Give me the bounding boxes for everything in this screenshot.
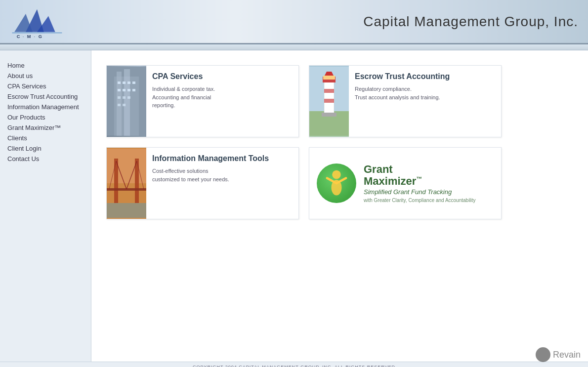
escrow-card[interactable]: Escrow Trust Accounting Regulatory compl… (309, 65, 502, 137)
content: CPA Services Individual & corporate tax.… (91, 50, 588, 362)
svg-text:G: G (39, 34, 42, 39)
info-image (107, 148, 146, 219)
sidebar: Home About us CPA Services Escrow Trust … (0, 50, 91, 362)
svg-rect-23 (127, 96, 130, 99)
cpa-image (107, 66, 146, 137)
svg-rect-14 (123, 82, 126, 84)
svg-rect-19 (127, 89, 130, 91)
grant-logo-area: Grant Maximizer™ Simplified Grant Fund T… (317, 163, 476, 203)
sidebar-item-clients[interactable]: Clients (0, 133, 91, 143)
svg-rect-22 (123, 96, 126, 99)
escrow-text: Escrow Trust Accounting Regulatory compl… (349, 66, 501, 137)
svg-rect-24 (118, 104, 121, 106)
svg-rect-34 (323, 76, 335, 80)
company-title: Capital Management Group, Inc. (363, 14, 578, 30)
sidebar-item-info[interactable]: Information Management (0, 102, 91, 112)
nav-bar (0, 44, 588, 50)
logo-area: C · M · G (10, 4, 64, 39)
svg-rect-29 (324, 82, 334, 114)
svg-rect-12 (124, 69, 130, 136)
footer: Copyright 2004 Capital Management Group,… (0, 362, 588, 367)
escrow-image (309, 66, 349, 137)
info-mgmt-card[interactable]: Information Management Tools Cost-effect… (106, 147, 299, 219)
sidebar-item-escrow[interactable]: Escrow Trust Accounting (0, 91, 91, 102)
grant-subtitle: Simplified Grant Fund Tracking (364, 188, 476, 196)
svg-rect-45 (107, 203, 146, 218)
sidebar-item-about[interactable]: About us (0, 71, 91, 81)
svg-text:·: · (34, 34, 36, 39)
svg-rect-37 (107, 149, 146, 183)
grant-tagline: with Greater Clarity, Compliance and Acc… (364, 198, 476, 203)
info-text: Information Management Tools Cost-effect… (146, 148, 298, 219)
svg-text:·: · (23, 34, 24, 39)
cpa-title: CPA Services (152, 72, 293, 81)
header: C · M · G Capital Management Group, Inc. (0, 0, 588, 44)
escrow-title: Escrow Trust Accounting (355, 72, 495, 81)
grant-text-area: Grant Maximizer™ Simplified Grant Fund T… (364, 163, 476, 203)
svg-rect-25 (123, 104, 126, 106)
svg-rect-13 (118, 82, 121, 84)
main-layout: Home About us CPA Services Escrow Trust … (0, 50, 588, 362)
svg-point-46 (332, 170, 341, 179)
card-grid: CPA Services Individual & corporate tax.… (106, 65, 502, 219)
cpa-desc: Individual & corporate tax. Accounting a… (152, 85, 293, 110)
svg-text:M: M (27, 34, 31, 39)
svg-rect-20 (132, 89, 135, 91)
svg-rect-35 (322, 113, 336, 117)
sidebar-item-contact[interactable]: Contact Us (0, 154, 91, 164)
svg-rect-16 (132, 82, 135, 84)
grant-name: Grant Maximizer™ (364, 163, 476, 187)
svg-rect-21 (118, 96, 121, 99)
watermark: Revain (536, 347, 581, 362)
sidebar-item-home[interactable]: Home (0, 60, 91, 71)
svg-rect-15 (127, 82, 130, 84)
sidebar-item-cpa[interactable]: CPA Services (0, 81, 91, 91)
info-desc: Cost-effective solutions customized to m… (152, 167, 293, 183)
logo-svg: C · M · G (10, 4, 64, 39)
svg-text:C: C (17, 34, 20, 39)
sidebar-item-login[interactable]: Client Login (0, 143, 91, 154)
sidebar-item-grant[interactable]: Grant Maximizer™ (0, 122, 91, 133)
cpa-text: CPA Services Individual & corporate tax.… (146, 66, 298, 137)
svg-rect-18 (123, 89, 126, 91)
watermark-text: Revain (553, 350, 581, 360)
sidebar-item-products[interactable]: Our Products (0, 112, 91, 122)
grant-card[interactable]: Grant Maximizer™ Simplified Grant Fund T… (309, 147, 502, 219)
watermark-icon (536, 347, 550, 362)
svg-rect-31 (324, 99, 334, 103)
info-title: Information Management Tools (152, 154, 293, 163)
cpa-services-card[interactable]: CPA Services Individual & corporate tax.… (106, 65, 299, 137)
svg-rect-17 (118, 89, 121, 91)
svg-rect-30 (324, 89, 334, 93)
escrow-desc: Regulatory compliance. Trust account ana… (355, 85, 495, 101)
grant-circle (317, 163, 356, 203)
